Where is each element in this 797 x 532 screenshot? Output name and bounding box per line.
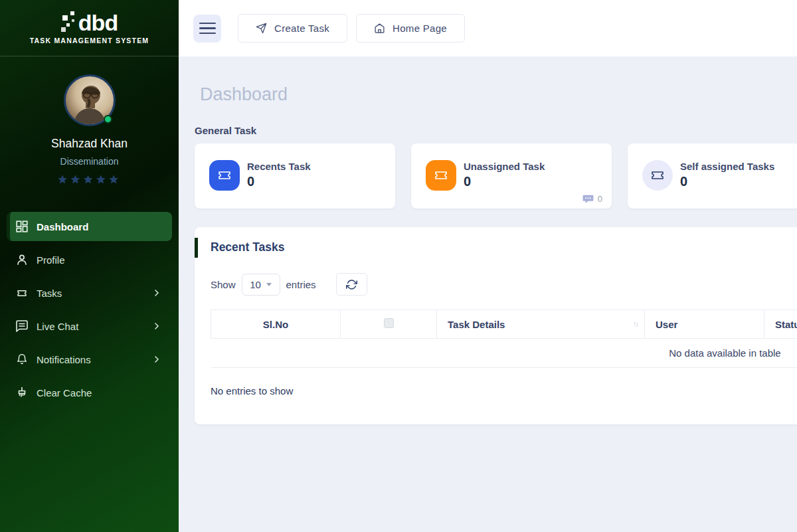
sidebar-item-label: Tasks: [37, 288, 62, 299]
sidebar-item-tasks[interactable]: Tasks: [7, 278, 172, 308]
sidebar-item-dashboard[interactable]: Dashboard: [7, 212, 172, 241]
home-page-label: Home Page: [393, 23, 447, 34]
column-header-user[interactable]: User: [645, 310, 764, 339]
ticket-icon: [642, 160, 673, 191]
recent-tasks-table: Sl.No Task Details↑↓ User Status No data…: [211, 310, 797, 368]
user-icon: [16, 254, 28, 266]
page-size-value: 10: [250, 279, 261, 290]
star-icon: ★: [96, 173, 108, 186]
hamburger-bar: [199, 23, 216, 25]
refresh-button[interactable]: [336, 273, 367, 296]
sidebar-item-label: Live Chat: [37, 321, 78, 332]
sidebar-item-notifications[interactable]: Notifications: [7, 345, 172, 374]
hamburger-bar: [199, 27, 216, 29]
sidebar-item-live-chat[interactable]: Live Chat: [7, 311, 172, 341]
ticket-icon: [209, 160, 240, 191]
refresh-icon: [346, 279, 357, 290]
bell-icon: [16, 353, 28, 365]
chevron-right-icon: [153, 323, 160, 329]
logo-pixel-decoration: [62, 15, 68, 21]
home-page-button[interactable]: Home Page: [356, 14, 465, 43]
sidebar-menu: Dashboard Profile Tasks: [0, 212, 179, 411]
card-label: Unassigned Task: [464, 161, 545, 172]
hamburger-bar: [199, 33, 216, 35]
stat-cards-row: Recents Task 0 Unassigned Task 0: [195, 143, 797, 209]
sidebar-item-label: Notifications: [37, 354, 91, 365]
user-name: Shahzad Khan: [51, 137, 128, 151]
logo-pixel-decoration: [61, 27, 66, 32]
logo-block[interactable]: dbd TASK MANAGEMENT SYSTEM: [0, 0, 179, 56]
chevron-down-icon: [266, 283, 272, 286]
sort-icon[interactable]: ↑↓: [633, 319, 638, 327]
sidebar-item-clear-cache[interactable]: Clear Cache: [7, 378, 172, 407]
table-controls: Show 10 entries: [211, 273, 797, 296]
sidebar-item-label: Dashboard: [37, 221, 88, 232]
brush-icon: [16, 387, 28, 399]
create-task-button[interactable]: Create Task: [238, 14, 347, 43]
chevron-right-icon: [153, 356, 160, 363]
page-content: Dashboard General Task Recents Task 0: [179, 56, 797, 532]
avatar[interactable]: [64, 74, 116, 126]
card-text: Self assigned Tasks 0: [680, 161, 774, 189]
empty-table-row: No data available in table: [211, 339, 797, 368]
star-icon: ★: [83, 173, 96, 186]
speech-bubble-icon: [582, 194, 594, 204]
topbar: Create Task Home Page: [179, 0, 797, 56]
sidebar-item-label: Profile: [37, 254, 65, 266]
logo-subtitle: TASK MANAGEMENT SYSTEM: [30, 37, 149, 44]
card-text: Unassigned Task 0: [464, 161, 545, 189]
show-label: Show: [211, 279, 236, 290]
column-header-checkbox: [341, 310, 437, 339]
sidebar: dbd TASK MANAGEMENT SYSTEM: [0, 0, 179, 532]
dashboard-grid-icon: [16, 221, 28, 232]
card-self-assigned-tasks[interactable]: Self assigned Tasks 0: [628, 143, 797, 209]
page-title: Dashboard: [200, 84, 797, 105]
app-window: dbd TASK MANAGEMENT SYSTEM: [0, 0, 797, 532]
main-area: Create Task Home Page Dashboard General …: [179, 0, 797, 532]
panel-accent-bar: [195, 238, 198, 258]
chat-icon: [16, 320, 28, 332]
column-header-status[interactable]: Status: [764, 310, 797, 339]
card-value: 0: [680, 174, 774, 189]
column-header-task-details[interactable]: Task Details↑↓: [437, 310, 645, 339]
card-text: Recents Task 0: [247, 161, 311, 189]
create-task-label: Create Task: [274, 23, 329, 34]
logo-pixel-decoration: [66, 23, 70, 27]
card-label: Self assigned Tasks: [680, 161, 774, 172]
logo-text: dbd: [78, 10, 118, 35]
card-recents-task[interactable]: Recents Task 0: [195, 143, 395, 209]
card-value: 0: [247, 174, 311, 189]
card-value: 0: [464, 174, 545, 189]
star-icon: ★: [57, 173, 70, 186]
logo-pixel-decoration: [70, 11, 74, 15]
entries-label: entries: [286, 279, 316, 290]
logo-pixel-decoration: [72, 19, 74, 22]
empty-table-message: No data available in table: [211, 339, 797, 368]
no-entries-text: No entries to show: [211, 385, 797, 397]
card-unassigned-task[interactable]: Unassigned Task 0 0: [411, 143, 612, 209]
table-header-row: Sl.No Task Details↑↓ User Status: [211, 310, 797, 339]
ticket-icon: [426, 160, 456, 191]
comment-count: 0: [598, 194, 602, 204]
app-logo: dbd: [61, 11, 118, 34]
home-icon: [374, 23, 385, 34]
send-icon: [256, 23, 267, 34]
user-role: Dissemination: [60, 156, 119, 167]
sidebar-item-profile[interactable]: Profile: [7, 245, 172, 274]
sidebar-item-label: Clear Cache: [37, 387, 92, 399]
online-status-dot: [104, 115, 112, 124]
user-rating: ★★★★★: [57, 173, 121, 187]
column-header-slno[interactable]: Sl.No: [211, 310, 341, 339]
select-all-checkbox[interactable]: [384, 318, 394, 328]
ticket-icon: [16, 287, 28, 299]
card-label: Recents Task: [247, 161, 311, 172]
comment-count-badge[interactable]: 0: [582, 194, 602, 204]
star-icon: ★: [70, 173, 83, 186]
chevron-right-icon: [153, 290, 160, 296]
recent-tasks-title: Recent Tasks: [211, 240, 797, 254]
star-icon: ★: [108, 173, 121, 186]
section-label: General Task: [195, 125, 797, 136]
page-size-select[interactable]: 10: [242, 274, 280, 296]
hamburger-menu-button[interactable]: [193, 15, 221, 43]
user-profile: Shahzad Khan Dissemination ★★★★★: [0, 56, 179, 187]
